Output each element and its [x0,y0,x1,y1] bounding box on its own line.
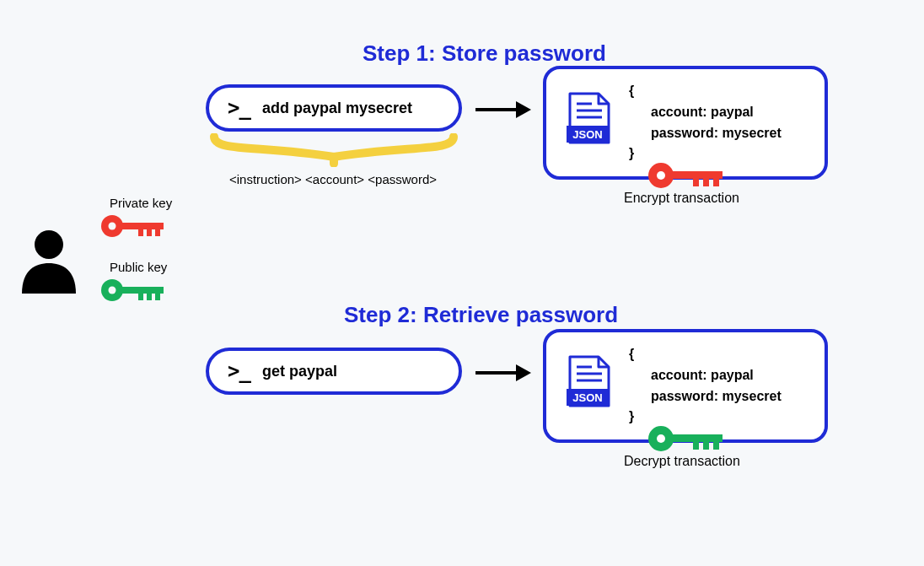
json-line-account: account: paypal [629,102,806,123]
svg-rect-31 [672,434,723,442]
svg-point-2 [109,223,116,230]
open-brace: { [629,344,806,365]
private-key-label: Private key [110,196,172,210]
terminal-prompt-icon: >_ [228,359,250,383]
private-key-icon [99,213,169,243]
step1-action-caption: Encrypt transaction [624,191,739,206]
step1-json-box: JSON { account: paypal password: mysecre… [543,66,828,180]
svg-rect-20 [672,171,723,179]
svg-point-30 [657,434,665,443]
svg-rect-12 [155,294,160,300]
json-badge-text: JSON [572,128,602,141]
svg-rect-32 [693,442,699,450]
svg-rect-21 [693,179,699,186]
step1-json-body: { account: paypal password: mysecret } [629,81,806,164]
svg-rect-4 [138,229,143,236]
step1-title: Step 1: Store password [363,40,606,67]
step1-command-box: >_ add paypal mysecret [206,84,462,132]
svg-point-0 [35,230,63,259]
svg-rect-22 [703,179,709,186]
arrow-right-icon [474,100,533,123]
svg-point-19 [657,171,665,180]
step2-json-box: JSON { account: paypal password: mysecre… [543,329,828,443]
step2-action-caption: Decrypt transaction [624,454,740,469]
json-file-icon: JSON [565,355,614,418]
json-badge-text: JSON [572,391,602,404]
public-key-icon [99,277,169,307]
public-key-label: Public key [110,260,167,274]
step1-command-text: add paypal mysecret [262,100,412,117]
curly-bracket-icon [209,133,459,170]
encrypt-key-icon [647,161,728,193]
decrypt-key-icon [647,424,728,456]
terminal-prompt-icon: >_ [228,96,250,120]
step2-command-text: get paypal [262,363,337,380]
json-line-password: password: mysecret [629,386,806,407]
svg-rect-11 [147,294,152,300]
svg-rect-33 [703,442,709,450]
json-file-icon: JSON [565,92,614,154]
svg-rect-23 [713,179,719,186]
json-line-account: account: paypal [629,365,806,386]
svg-point-8 [109,287,116,294]
step1-syntax-hint: <instruction> <account> <password> [229,172,437,186]
svg-rect-3 [121,223,164,229]
svg-rect-34 [713,442,719,450]
arrow-right-icon [474,363,533,386]
user-icon [19,226,79,297]
open-brace: { [629,81,806,102]
json-line-password: password: mysecret [629,123,806,144]
svg-rect-6 [155,229,160,236]
step2-json-body: { account: paypal password: mysecret } [629,344,806,428]
step2-command-box: >_ get paypal [206,348,462,395]
svg-rect-5 [147,229,152,236]
svg-rect-9 [121,287,164,294]
svg-rect-10 [138,294,143,300]
step2-title: Step 2: Retrieve password [344,302,618,328]
